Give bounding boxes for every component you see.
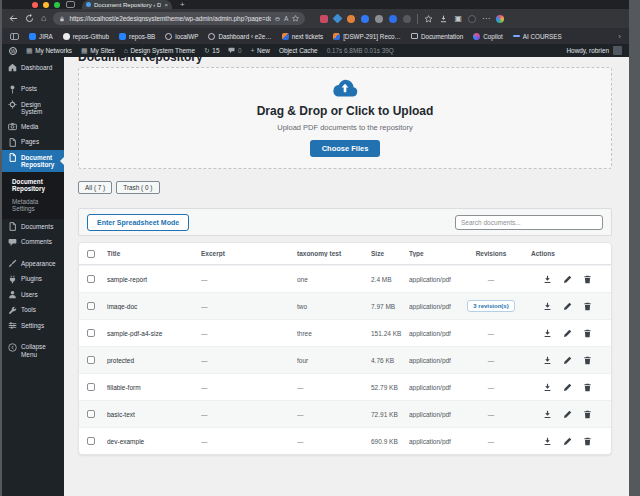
submenu-item-metadata-settings[interactable]: Metadata Settings [2, 195, 64, 215]
traffic-light-maximize[interactable] [54, 2, 60, 8]
download-button[interactable] [543, 356, 552, 365]
download-button[interactable] [543, 383, 552, 392]
home-icon[interactable]: ⌂ [41, 14, 46, 23]
user-avatar[interactable] [613, 46, 622, 55]
search-input[interactable] [455, 215, 603, 230]
edit-button[interactable] [563, 356, 572, 365]
bookmark-next-tickets[interactable]: next tickets [282, 33, 324, 40]
bookmark-jira[interactable]: JIRA [29, 33, 53, 40]
bookmark-star-icon[interactable] [292, 15, 299, 22]
delete-button[interactable] [583, 410, 592, 419]
pen-extension-icon[interactable] [361, 15, 369, 23]
download-button[interactable] [543, 302, 552, 311]
download-button[interactable] [543, 329, 552, 338]
blue-extension-icon[interactable] [389, 15, 397, 23]
screenshot-icon[interactable]: ▣ [454, 15, 462, 23]
reader-mode-icon[interactable]: A [284, 15, 288, 22]
select-all-checkbox[interactable] [87, 250, 95, 258]
back-icon[interactable] [9, 14, 18, 23]
address-bar[interactable]: https://localhost/e2edesignsystemtheme/w… [53, 12, 305, 25]
sidebar-toggle-icon[interactable] [66, 1, 75, 8]
delete-button[interactable] [583, 302, 592, 311]
zoom-out-icon[interactable]: ⊖ [275, 15, 280, 23]
tab-close-icon[interactable]: × [164, 2, 168, 8]
revisions-badge[interactable]: 3 revision(s) [467, 300, 514, 312]
filter-trash[interactable]: Trash ( 0 ) [116, 181, 159, 194]
account-menu[interactable]: Howdy, robrien [566, 47, 609, 54]
delete-button[interactable] [583, 356, 592, 365]
edit-button[interactable] [563, 302, 572, 311]
sidebar-item-tools[interactable]: Tools [2, 303, 64, 319]
filter-all[interactable]: All ( 7 ) [78, 181, 112, 194]
bookmark-dashboard[interactable]: Dashboard ‹ e2e… [208, 33, 271, 40]
browser-tab[interactable]: Document Repository ‹ Desig… × [82, 0, 172, 9]
profile-avatar[interactable] [468, 15, 476, 23]
favorites-icon[interactable] [424, 15, 433, 23]
my-networks-menu[interactable]: ▦My Networks [26, 47, 72, 54]
copilot-icon[interactable] [496, 15, 504, 23]
row-checkbox[interactable] [87, 356, 95, 364]
sidebar-item-dashboard[interactable]: Dashboard [2, 60, 64, 76]
download-button[interactable] [543, 437, 552, 446]
sidebar-item-design-system[interactable]: Design System [2, 97, 64, 119]
sidebar-item-settings[interactable]: Settings [2, 318, 64, 334]
bookmark-dswp-291[interactable]: [DSWP-291] Reco… [333, 33, 401, 40]
comments-menu[interactable]: 0 [228, 47, 241, 54]
orange-extension-icon[interactable] [347, 15, 355, 23]
bookmark-repos-bb[interactable]: repos-BB [119, 33, 155, 40]
row-checkbox[interactable] [87, 383, 95, 391]
row-checkbox[interactable] [87, 275, 95, 283]
bookmark-copilot[interactable]: Copilot [473, 33, 503, 40]
globe-extension-icon[interactable] [403, 15, 411, 23]
updates-menu[interactable]: ↻15 [204, 47, 219, 54]
delete-button[interactable] [583, 437, 592, 446]
gray-extension-icon[interactable] [375, 15, 383, 23]
my-sites-menu[interactable]: ▦My Sites [81, 47, 115, 54]
sidebar-item-posts[interactable]: Posts [2, 82, 64, 98]
row-checkbox[interactable] [87, 437, 95, 445]
choose-files-button[interactable]: Choose Files [310, 140, 381, 157]
sidebar-item-appearance[interactable]: Appearance [2, 256, 64, 272]
sidebar-item-comments[interactable]: Comments [2, 235, 64, 251]
row-checkbox[interactable] [87, 302, 95, 310]
delete-button[interactable] [583, 329, 592, 338]
submenu-item-document-repository[interactable]: Document Repository [2, 175, 64, 195]
delete-button[interactable] [583, 275, 592, 284]
object-cache-menu[interactable]: Object Cache [279, 47, 318, 54]
edit-button[interactable] [563, 410, 572, 419]
download-button[interactable] [543, 275, 552, 284]
new-tab-button[interactable]: + [180, 0, 185, 9]
bookmark-documentation[interactable]: Documentation [411, 33, 463, 40]
bookmark-repos-github[interactable]: repos-Github [63, 33, 109, 40]
sidebar-item-document-repository[interactable]: Document Repository [2, 150, 64, 172]
chevron-right-icon[interactable]: › [618, 32, 621, 41]
password-manager-extension-icon[interactable] [320, 15, 328, 23]
edit-button[interactable] [563, 383, 572, 392]
sidebar-item-users[interactable]: Users [2, 287, 64, 303]
site-name-menu[interactable]: ⌂Design System Theme [124, 47, 195, 54]
edit-button[interactable] [563, 437, 572, 446]
bookmark-localwp[interactable]: localWP [165, 33, 198, 40]
sidebar-item-plugins[interactable]: Plugins [2, 272, 64, 288]
traffic-light-close[interactable] [32, 2, 38, 8]
diamond-extension-icon[interactable] [333, 14, 343, 24]
sidebar-item-collapse-menu[interactable]: Collapse Menu [2, 340, 64, 362]
new-content-menu[interactable]: +New [251, 47, 270, 54]
sidebar-item-pages[interactable]: Pages [2, 135, 64, 151]
spreadsheet-mode-button[interactable]: Enter Spreadsheet Mode [87, 214, 189, 231]
row-checkbox[interactable] [87, 329, 95, 337]
upload-dropzone[interactable]: Drag & Drop or Click to Upload Upload PD… [78, 67, 612, 169]
bookmarks-sidebar-icon[interactable] [10, 33, 19, 40]
edit-button[interactable] [563, 275, 572, 284]
sidebar-item-media[interactable]: Media [2, 119, 64, 135]
edit-button[interactable] [563, 329, 572, 338]
sidebar-item-documents[interactable]: Documents [2, 219, 64, 235]
delete-button[interactable] [583, 383, 592, 392]
wp-logo[interactable]: W [9, 47, 17, 55]
row-checkbox[interactable] [87, 410, 95, 418]
downloads-icon[interactable] [439, 15, 448, 23]
bookmark-ai-courses[interactable]: AI COURSES [513, 33, 562, 40]
reload-icon[interactable] [25, 14, 34, 23]
traffic-light-minimize[interactable] [43, 2, 49, 8]
more-menu-icon[interactable]: ⋯ [482, 15, 490, 23]
